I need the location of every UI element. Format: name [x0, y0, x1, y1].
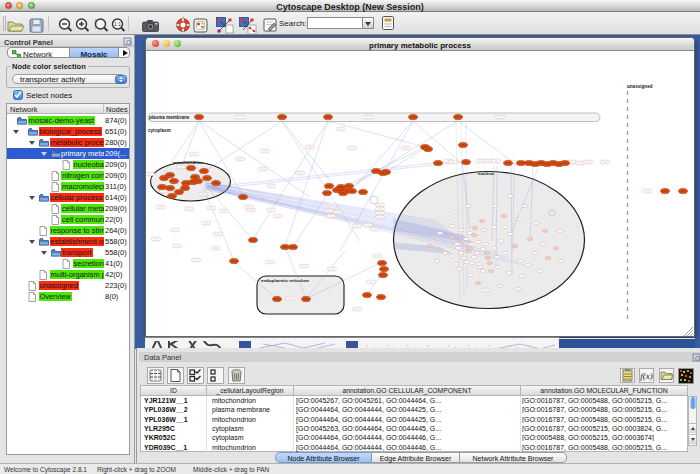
svg-text:f(x): f(x): [640, 371, 653, 381]
svg-text:cytoplasm: cytoplasm: [148, 127, 171, 132]
svg-text:endoplasmic reticulum: endoplasmic reticulum: [261, 278, 309, 283]
svg-text:1:1: 1:1: [114, 21, 121, 27]
svg-text:plasma membrane: plasma membrane: [149, 115, 190, 120]
svg-text:mitochondrion: mitochondrion: [173, 160, 204, 165]
svg-text:nucleus: nucleus: [478, 171, 495, 176]
svg-text:unassigned: unassigned: [627, 83, 653, 88]
